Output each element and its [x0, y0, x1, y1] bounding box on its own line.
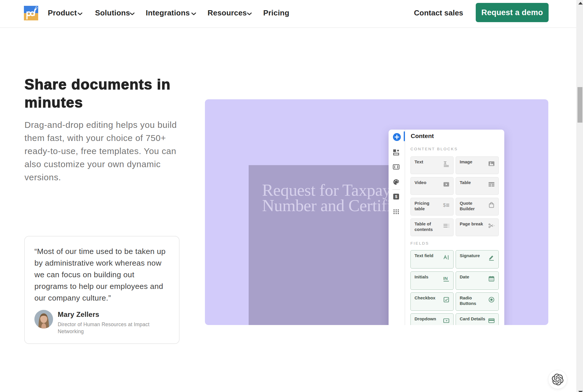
svg-text:$: $ — [395, 194, 397, 199]
svg-text:$: $ — [443, 203, 446, 208]
svg-text:IN: IN — [443, 276, 448, 281]
